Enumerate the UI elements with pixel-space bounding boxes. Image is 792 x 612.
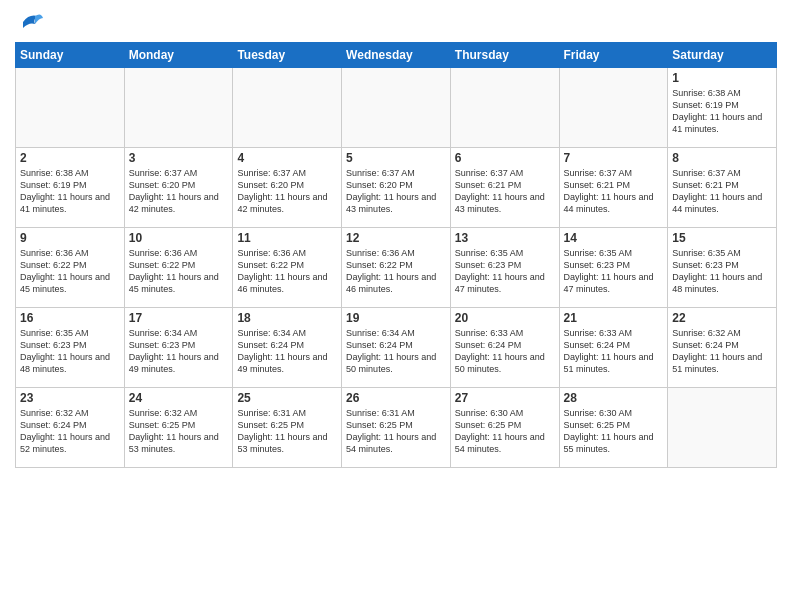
calendar-cell: 23Sunrise: 6:32 AM Sunset: 6:24 PM Dayli… bbox=[16, 388, 125, 468]
weekday-header-row: SundayMondayTuesdayWednesdayThursdayFrid… bbox=[16, 43, 777, 68]
day-number: 18 bbox=[237, 311, 337, 325]
day-number: 20 bbox=[455, 311, 555, 325]
calendar-cell bbox=[342, 68, 451, 148]
cell-details: Sunrise: 6:35 AM Sunset: 6:23 PM Dayligh… bbox=[455, 247, 555, 296]
day-number: 28 bbox=[564, 391, 664, 405]
weekday-sunday: Sunday bbox=[16, 43, 125, 68]
day-number: 3 bbox=[129, 151, 229, 165]
calendar-cell: 25Sunrise: 6:31 AM Sunset: 6:25 PM Dayli… bbox=[233, 388, 342, 468]
cell-details: Sunrise: 6:32 AM Sunset: 6:25 PM Dayligh… bbox=[129, 407, 229, 456]
day-number: 26 bbox=[346, 391, 446, 405]
calendar-cell bbox=[124, 68, 233, 148]
weekday-friday: Friday bbox=[559, 43, 668, 68]
day-number: 17 bbox=[129, 311, 229, 325]
cell-details: Sunrise: 6:36 AM Sunset: 6:22 PM Dayligh… bbox=[20, 247, 120, 296]
week-row-3: 16Sunrise: 6:35 AM Sunset: 6:23 PM Dayli… bbox=[16, 308, 777, 388]
day-number: 22 bbox=[672, 311, 772, 325]
calendar-cell: 6Sunrise: 6:37 AM Sunset: 6:21 PM Daylig… bbox=[450, 148, 559, 228]
cell-details: Sunrise: 6:34 AM Sunset: 6:24 PM Dayligh… bbox=[237, 327, 337, 376]
day-number: 7 bbox=[564, 151, 664, 165]
calendar-cell: 12Sunrise: 6:36 AM Sunset: 6:22 PM Dayli… bbox=[342, 228, 451, 308]
cell-details: Sunrise: 6:37 AM Sunset: 6:21 PM Dayligh… bbox=[672, 167, 772, 216]
calendar-cell: 3Sunrise: 6:37 AM Sunset: 6:20 PM Daylig… bbox=[124, 148, 233, 228]
cell-details: Sunrise: 6:36 AM Sunset: 6:22 PM Dayligh… bbox=[237, 247, 337, 296]
calendar-cell: 13Sunrise: 6:35 AM Sunset: 6:23 PM Dayli… bbox=[450, 228, 559, 308]
calendar-cell: 28Sunrise: 6:30 AM Sunset: 6:25 PM Dayli… bbox=[559, 388, 668, 468]
calendar-cell: 5Sunrise: 6:37 AM Sunset: 6:20 PM Daylig… bbox=[342, 148, 451, 228]
day-number: 14 bbox=[564, 231, 664, 245]
cell-details: Sunrise: 6:37 AM Sunset: 6:20 PM Dayligh… bbox=[129, 167, 229, 216]
calendar-cell: 2Sunrise: 6:38 AM Sunset: 6:19 PM Daylig… bbox=[16, 148, 125, 228]
cell-details: Sunrise: 6:38 AM Sunset: 6:19 PM Dayligh… bbox=[20, 167, 120, 216]
cell-details: Sunrise: 6:31 AM Sunset: 6:25 PM Dayligh… bbox=[346, 407, 446, 456]
logo-icon bbox=[15, 10, 45, 34]
calendar-cell: 22Sunrise: 6:32 AM Sunset: 6:24 PM Dayli… bbox=[668, 308, 777, 388]
calendar-cell bbox=[233, 68, 342, 148]
day-number: 2 bbox=[20, 151, 120, 165]
calendar-cell: 1Sunrise: 6:38 AM Sunset: 6:19 PM Daylig… bbox=[668, 68, 777, 148]
cell-details: Sunrise: 6:32 AM Sunset: 6:24 PM Dayligh… bbox=[20, 407, 120, 456]
calendar-cell bbox=[450, 68, 559, 148]
calendar-cell: 15Sunrise: 6:35 AM Sunset: 6:23 PM Dayli… bbox=[668, 228, 777, 308]
cell-details: Sunrise: 6:36 AM Sunset: 6:22 PM Dayligh… bbox=[129, 247, 229, 296]
cell-details: Sunrise: 6:33 AM Sunset: 6:24 PM Dayligh… bbox=[564, 327, 664, 376]
cell-details: Sunrise: 6:30 AM Sunset: 6:25 PM Dayligh… bbox=[564, 407, 664, 456]
cell-details: Sunrise: 6:34 AM Sunset: 6:23 PM Dayligh… bbox=[129, 327, 229, 376]
weekday-saturday: Saturday bbox=[668, 43, 777, 68]
header bbox=[15, 10, 777, 34]
calendar-cell: 21Sunrise: 6:33 AM Sunset: 6:24 PM Dayli… bbox=[559, 308, 668, 388]
cell-details: Sunrise: 6:37 AM Sunset: 6:20 PM Dayligh… bbox=[346, 167, 446, 216]
day-number: 19 bbox=[346, 311, 446, 325]
day-number: 21 bbox=[564, 311, 664, 325]
calendar-cell: 10Sunrise: 6:36 AM Sunset: 6:22 PM Dayli… bbox=[124, 228, 233, 308]
calendar-cell: 17Sunrise: 6:34 AM Sunset: 6:23 PM Dayli… bbox=[124, 308, 233, 388]
week-row-4: 23Sunrise: 6:32 AM Sunset: 6:24 PM Dayli… bbox=[16, 388, 777, 468]
cell-details: Sunrise: 6:37 AM Sunset: 6:20 PM Dayligh… bbox=[237, 167, 337, 216]
day-number: 24 bbox=[129, 391, 229, 405]
weekday-monday: Monday bbox=[124, 43, 233, 68]
day-number: 5 bbox=[346, 151, 446, 165]
calendar-cell: 8Sunrise: 6:37 AM Sunset: 6:21 PM Daylig… bbox=[668, 148, 777, 228]
weekday-tuesday: Tuesday bbox=[233, 43, 342, 68]
day-number: 11 bbox=[237, 231, 337, 245]
day-number: 13 bbox=[455, 231, 555, 245]
day-number: 25 bbox=[237, 391, 337, 405]
calendar-cell bbox=[668, 388, 777, 468]
calendar-cell: 27Sunrise: 6:30 AM Sunset: 6:25 PM Dayli… bbox=[450, 388, 559, 468]
cell-details: Sunrise: 6:35 AM Sunset: 6:23 PM Dayligh… bbox=[20, 327, 120, 376]
calendar-container: SundayMondayTuesdayWednesdayThursdayFrid… bbox=[0, 0, 792, 478]
week-row-1: 2Sunrise: 6:38 AM Sunset: 6:19 PM Daylig… bbox=[16, 148, 777, 228]
calendar-cell bbox=[559, 68, 668, 148]
day-number: 8 bbox=[672, 151, 772, 165]
calendar-cell: 18Sunrise: 6:34 AM Sunset: 6:24 PM Dayli… bbox=[233, 308, 342, 388]
cell-details: Sunrise: 6:35 AM Sunset: 6:23 PM Dayligh… bbox=[564, 247, 664, 296]
day-number: 27 bbox=[455, 391, 555, 405]
day-number: 6 bbox=[455, 151, 555, 165]
cell-details: Sunrise: 6:37 AM Sunset: 6:21 PM Dayligh… bbox=[455, 167, 555, 216]
day-number: 1 bbox=[672, 71, 772, 85]
day-number: 10 bbox=[129, 231, 229, 245]
weekday-wednesday: Wednesday bbox=[342, 43, 451, 68]
calendar-cell: 16Sunrise: 6:35 AM Sunset: 6:23 PM Dayli… bbox=[16, 308, 125, 388]
cell-details: Sunrise: 6:35 AM Sunset: 6:23 PM Dayligh… bbox=[672, 247, 772, 296]
day-number: 9 bbox=[20, 231, 120, 245]
week-row-0: 1Sunrise: 6:38 AM Sunset: 6:19 PM Daylig… bbox=[16, 68, 777, 148]
calendar-cell: 9Sunrise: 6:36 AM Sunset: 6:22 PM Daylig… bbox=[16, 228, 125, 308]
day-number: 12 bbox=[346, 231, 446, 245]
cell-details: Sunrise: 6:33 AM Sunset: 6:24 PM Dayligh… bbox=[455, 327, 555, 376]
cell-details: Sunrise: 6:30 AM Sunset: 6:25 PM Dayligh… bbox=[455, 407, 555, 456]
day-number: 16 bbox=[20, 311, 120, 325]
calendar-cell: 19Sunrise: 6:34 AM Sunset: 6:24 PM Dayli… bbox=[342, 308, 451, 388]
logo bbox=[15, 10, 49, 34]
calendar-cell: 4Sunrise: 6:37 AM Sunset: 6:20 PM Daylig… bbox=[233, 148, 342, 228]
weekday-thursday: Thursday bbox=[450, 43, 559, 68]
day-number: 23 bbox=[20, 391, 120, 405]
calendar-cell: 20Sunrise: 6:33 AM Sunset: 6:24 PM Dayli… bbox=[450, 308, 559, 388]
cell-details: Sunrise: 6:32 AM Sunset: 6:24 PM Dayligh… bbox=[672, 327, 772, 376]
calendar-cell: 24Sunrise: 6:32 AM Sunset: 6:25 PM Dayli… bbox=[124, 388, 233, 468]
calendar-table: SundayMondayTuesdayWednesdayThursdayFrid… bbox=[15, 42, 777, 468]
calendar-cell: 14Sunrise: 6:35 AM Sunset: 6:23 PM Dayli… bbox=[559, 228, 668, 308]
calendar-cell: 26Sunrise: 6:31 AM Sunset: 6:25 PM Dayli… bbox=[342, 388, 451, 468]
cell-details: Sunrise: 6:36 AM Sunset: 6:22 PM Dayligh… bbox=[346, 247, 446, 296]
cell-details: Sunrise: 6:38 AM Sunset: 6:19 PM Dayligh… bbox=[672, 87, 772, 136]
